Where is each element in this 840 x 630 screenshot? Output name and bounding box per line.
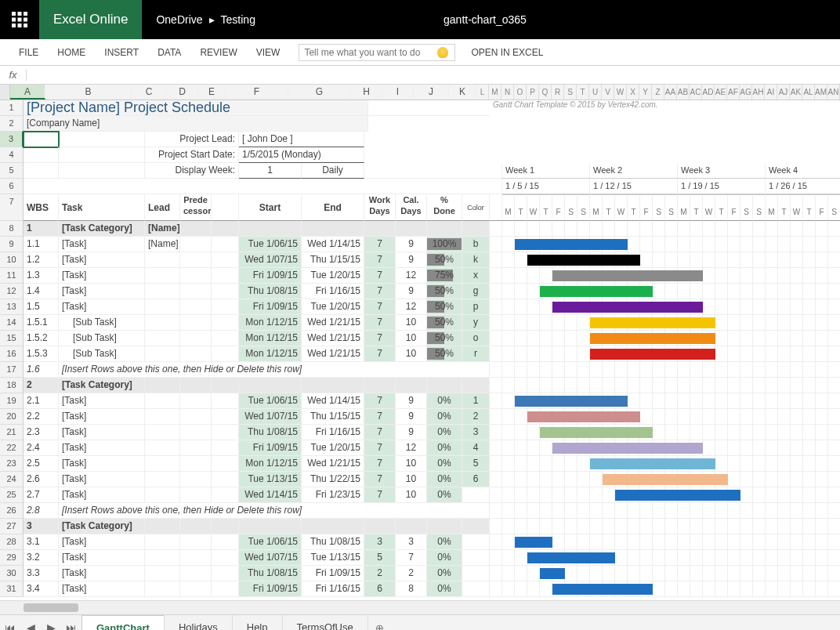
cell-task-23[interactable]: [Task]: [59, 456, 145, 472]
cell-e-12[interactable]: [212, 284, 239, 299]
cell-start-31[interactable]: Fri 1/09/15: [239, 581, 302, 597]
cell-pred-19[interactable]: [180, 393, 212, 409]
cell-cd-18[interactable]: [396, 378, 427, 393]
cell-e-23[interactable]: [212, 456, 239, 472]
cell-start-24[interactable]: Tue 1/13/15: [239, 472, 302, 487]
horizontal-scrollbar[interactable]: [0, 600, 840, 614]
cell-start-8[interactable]: [239, 221, 302, 237]
cell-wd-25[interactable]: 7: [364, 487, 396, 503]
cell-wbs-12[interactable]: 1.4: [24, 284, 59, 299]
cell-start-18[interactable]: [239, 378, 302, 393]
col-header-V[interactable]: V: [602, 85, 614, 100]
cell-cd-30[interactable]: 2: [396, 566, 427, 581]
cell-color-8[interactable]: [462, 221, 490, 237]
week-date-2[interactable]: 1 / 19 / 15: [678, 179, 766, 194]
col-header-AE[interactable]: AE: [715, 85, 727, 100]
cell-pct-12[interactable]: 50%: [427, 284, 462, 299]
cell-pct-31[interactable]: 0%: [427, 581, 462, 597]
cell-lead-23[interactable]: [145, 456, 180, 472]
hdr-start[interactable]: Start: [239, 194, 302, 221]
cell-task-24[interactable]: [Task]: [59, 472, 145, 487]
cell-pred-25[interactable]: [180, 487, 212, 503]
add-sheet-button[interactable]: ⊕: [368, 622, 392, 631]
cell-pct-28[interactable]: 0%: [427, 534, 462, 550]
cell-color-21[interactable]: 3: [462, 425, 490, 440]
cell-pct-16[interactable]: 50%: [427, 346, 462, 362]
cell-cd-15[interactable]: 10: [396, 331, 427, 346]
cell-cd-11[interactable]: 12: [396, 268, 427, 284]
cell-task-30[interactable]: [Task]: [59, 566, 145, 581]
row-header-29[interactable]: 29: [0, 550, 24, 566]
cell-pred-21[interactable]: [180, 425, 212, 440]
col-header-K[interactable]: K: [449, 85, 476, 100]
cell-start-28[interactable]: Tue 1/06/15: [239, 534, 302, 550]
row-header-25[interactable]: 25: [0, 487, 24, 503]
cell-e-10[interactable]: [212, 252, 239, 268]
row-header-27[interactable]: 27: [0, 519, 24, 534]
col-header-U[interactable]: U: [589, 85, 602, 100]
cell-wd-14[interactable]: 7: [364, 315, 396, 331]
cell-end-8[interactable]: [302, 221, 364, 237]
col-header-N[interactable]: N: [501, 85, 514, 100]
cell-e-22[interactable]: [212, 440, 239, 456]
cell-start-11[interactable]: Fri 1/09/15: [239, 268, 302, 284]
cell-end-19[interactable]: Wed 1/14/15: [302, 393, 364, 409]
cell-pred-16[interactable]: [180, 346, 212, 362]
cell-wbs-8[interactable]: 1: [24, 221, 59, 237]
cell-e-31[interactable]: [212, 581, 239, 597]
cell-pred-14[interactable]: [180, 315, 212, 331]
cell-task-16[interactable]: [Sub Task]: [59, 346, 145, 362]
cell-start-30[interactable]: Thu 1/08/15: [239, 566, 302, 581]
cell-cd-31[interactable]: 8: [396, 581, 427, 597]
cell-color-31[interactable]: [462, 581, 490, 597]
cell-pct-18[interactable]: [427, 378, 462, 393]
cell-wd-23[interactable]: 7: [364, 456, 396, 472]
cell-e-29[interactable]: [212, 550, 239, 566]
cell-wd-22[interactable]: 7: [364, 440, 396, 456]
col-header-M[interactable]: M: [489, 85, 501, 100]
cell-pct-22[interactable]: 0%: [427, 440, 462, 456]
cell-e-30[interactable]: [212, 566, 239, 581]
cell-cd-14[interactable]: 10: [396, 315, 427, 331]
cell-pred-9[interactable]: [180, 237, 212, 252]
row-header-5[interactable]: 5: [0, 163, 24, 179]
hdr-wd[interactable]: WorkDays: [364, 194, 396, 221]
cell-e-15[interactable]: [212, 331, 239, 346]
cell-e-21[interactable]: [212, 425, 239, 440]
col-header-L[interactable]: L: [476, 85, 489, 100]
sheet-nav-last[interactable]: ⏭: [61, 621, 81, 630]
cell-task-10[interactable]: [Task]: [59, 252, 145, 268]
cell-e-18[interactable]: [212, 378, 239, 393]
cell-lead-29[interactable]: [145, 550, 180, 566]
cell-pred-13[interactable]: [180, 299, 212, 315]
cell-task-28[interactable]: [Task]: [59, 534, 145, 550]
formula-bar-input[interactable]: [27, 67, 840, 83]
cell-wbs-24[interactable]: 2.6: [24, 472, 59, 487]
row-header-15[interactable]: 15: [0, 331, 24, 346]
cell-pred-8[interactable]: [180, 221, 212, 237]
cell-color-14[interactable]: y: [462, 315, 490, 331]
cell-cd-27[interactable]: [396, 519, 427, 534]
hdr-task[interactable]: Task: [59, 194, 145, 221]
cell-cd-8[interactable]: [396, 221, 427, 237]
sheet-tab-help[interactable]: Help: [233, 615, 283, 630]
select-all-corner[interactable]: [0, 85, 10, 100]
cell-wbs-21[interactable]: 2.3: [24, 425, 59, 440]
cell-cd-22[interactable]: 12: [396, 440, 427, 456]
cell-F5[interactable]: 1: [239, 163, 302, 179]
cell-wd-16[interactable]: 7: [364, 346, 396, 362]
cell-start-25[interactable]: Wed 1/14/15: [239, 487, 302, 503]
cell-task-12[interactable]: [Task]: [59, 284, 145, 299]
cell-end-30[interactable]: Fri 1/09/15: [302, 566, 364, 581]
cell-C4[interactable]: Project Start Date:: [145, 147, 239, 163]
cell-wbs-16[interactable]: 1.5.3: [24, 346, 59, 362]
col-header-O[interactable]: O: [514, 85, 527, 100]
col-header-S[interactable]: S: [564, 85, 577, 100]
cell-lead-13[interactable]: [145, 299, 180, 315]
cell-wbs-19[interactable]: 2.1: [24, 393, 59, 409]
row-header-1[interactable]: 1: [0, 100, 24, 116]
cell-cd-20[interactable]: 9: [396, 409, 427, 425]
cell-task-29[interactable]: [Task]: [59, 550, 145, 566]
cell-C5[interactable]: Display Week:: [145, 163, 239, 179]
cell-wd-21[interactable]: 7: [364, 425, 396, 440]
